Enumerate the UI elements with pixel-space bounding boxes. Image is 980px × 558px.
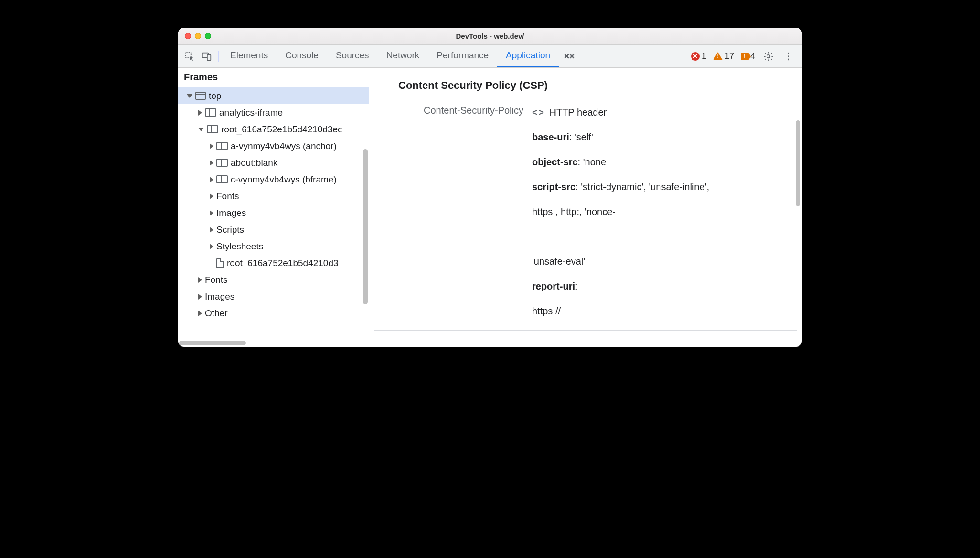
frames-sidebar: Frames top analytics-iframeroot_616a752e… bbox=[178, 68, 369, 347]
zoom-window-button[interactable] bbox=[205, 33, 211, 39]
expand-arrow-icon[interactable] bbox=[210, 227, 213, 233]
expand-arrow-icon[interactable] bbox=[210, 210, 213, 216]
iframe-icon bbox=[216, 159, 228, 167]
panel-body: Frames top analytics-iframeroot_616a752e… bbox=[178, 68, 802, 347]
tab-elements[interactable]: Elements bbox=[222, 45, 277, 67]
csp-directive bbox=[532, 229, 709, 244]
minimize-window-button[interactable] bbox=[195, 33, 201, 39]
tree-item-label: Images bbox=[205, 291, 234, 302]
expand-arrow-icon[interactable] bbox=[187, 94, 192, 98]
tree-item-top[interactable]: top bbox=[178, 87, 369, 104]
devtools-window: DevTools - web.dev/ Elements Console Sou… bbox=[178, 28, 802, 347]
directive-name: object-src bbox=[532, 157, 578, 167]
policy-value: < > HTTP header base-uri: 'self'object-s… bbox=[532, 105, 709, 318]
tree-item[interactable]: about:blank bbox=[178, 154, 369, 171]
tree-item-label: Scripts bbox=[216, 225, 244, 235]
iframe-icon bbox=[216, 175, 228, 183]
status-group: ✕ 1 17 ! 4 bbox=[689, 48, 799, 65]
tree-item[interactable]: Scripts bbox=[178, 221, 369, 238]
code-icon: < > bbox=[532, 105, 543, 119]
csp-directive: report-uri: bbox=[532, 279, 709, 293]
expand-arrow-icon[interactable] bbox=[210, 177, 213, 182]
frames-tree: top analytics-iframeroot_616a752e1b5d421… bbox=[178, 87, 369, 347]
inspect-element-icon[interactable] bbox=[181, 48, 198, 65]
tree-item[interactable]: root_616a752e1b5d4210d3 bbox=[178, 255, 369, 271]
svg-point-3 bbox=[767, 54, 770, 57]
issues-count: 4 bbox=[750, 51, 755, 61]
errors-count: 1 bbox=[702, 51, 706, 61]
directive-value: 'unsafe-eval' bbox=[532, 256, 585, 267]
directive-value: https:, http:, 'nonce- bbox=[532, 206, 616, 217]
document-icon bbox=[216, 258, 224, 268]
expand-arrow-icon[interactable] bbox=[210, 244, 213, 249]
kebab-menu-icon[interactable] bbox=[780, 48, 797, 65]
directive-value: 'self' bbox=[575, 132, 593, 142]
tree-item[interactable]: root_616a752e1b5d4210d3ec bbox=[178, 121, 369, 138]
close-window-button[interactable] bbox=[185, 33, 191, 39]
issues-badge[interactable]: ! 4 bbox=[739, 51, 757, 61]
svg-rect-2 bbox=[207, 54, 211, 60]
csp-policy-row: Content-Security-Policy < > HTTP header … bbox=[398, 105, 782, 318]
csp-directive: 'unsafe-eval' bbox=[532, 254, 709, 268]
warnings-badge[interactable]: 17 bbox=[711, 51, 736, 61]
csp-directive: https:// bbox=[532, 304, 709, 318]
tree-item[interactable]: analytics-iframe bbox=[178, 104, 369, 121]
sidebar-vertical-scrollbar[interactable] bbox=[363, 149, 368, 304]
sidebar-header: Frames bbox=[178, 68, 369, 87]
iframe-icon bbox=[216, 142, 228, 150]
main-content: Content Security Policy (CSP) Content-Se… bbox=[369, 68, 802, 347]
tree-item-label: Stylesheets bbox=[216, 241, 263, 252]
tree-item[interactable]: a-vynmy4vb4wys (anchor) bbox=[178, 138, 369, 154]
tree-item[interactable]: Images bbox=[178, 288, 369, 305]
policy-label: Content-Security-Policy bbox=[398, 105, 532, 116]
csp-directive: https:, http:, 'nonce- bbox=[532, 204, 709, 219]
collapse-arrow-icon[interactable] bbox=[198, 128, 204, 131]
tree-item-label: root_616a752e1b5d4210d3ec bbox=[221, 124, 342, 135]
expand-arrow-icon[interactable] bbox=[198, 277, 202, 283]
tree-item[interactable]: Fonts bbox=[178, 271, 369, 288]
tree-item[interactable]: Other bbox=[178, 305, 369, 322]
directive-name: base-uri bbox=[532, 132, 569, 142]
expand-arrow-icon[interactable] bbox=[210, 160, 213, 166]
csp-directive: object-src: 'none' bbox=[532, 155, 709, 169]
tree-item-label: Fonts bbox=[216, 191, 239, 202]
issues-icon: ! bbox=[741, 53, 748, 60]
tab-performance[interactable]: Performance bbox=[428, 45, 497, 67]
tree-item[interactable]: c-vynmy4vb4wys (bframe) bbox=[178, 171, 369, 188]
directive-value: 'strict-dynamic', 'unsafe-inline', bbox=[581, 182, 709, 192]
csp-panel: Content Security Policy (CSP) Content-Se… bbox=[374, 68, 797, 331]
errors-badge[interactable]: ✕ 1 bbox=[689, 51, 708, 61]
expand-arrow-icon[interactable] bbox=[198, 294, 202, 300]
csp-directive: base-uri: 'self' bbox=[532, 130, 709, 144]
tree-item[interactable]: Fonts bbox=[178, 188, 369, 204]
warning-icon bbox=[713, 52, 723, 60]
tab-network[interactable]: Network bbox=[378, 45, 428, 67]
iframe-icon bbox=[205, 108, 216, 117]
expand-arrow-icon[interactable] bbox=[210, 143, 213, 149]
frame-icon bbox=[195, 92, 206, 100]
directive-value: https:// bbox=[532, 306, 561, 316]
delivery-text: HTTP header bbox=[549, 107, 607, 118]
directive-value bbox=[532, 231, 535, 242]
expand-arrow-icon[interactable] bbox=[198, 110, 202, 116]
tab-application[interactable]: Application bbox=[497, 45, 559, 67]
more-tabs-button[interactable] bbox=[559, 45, 580, 67]
device-toolbar-icon[interactable] bbox=[198, 48, 215, 65]
panel-title: Content Security Policy (CSP) bbox=[398, 79, 782, 92]
svg-point-5 bbox=[788, 55, 789, 57]
tab-sources[interactable]: Sources bbox=[327, 45, 378, 67]
expand-arrow-icon[interactable] bbox=[210, 193, 213, 199]
window-title: DevTools - web.dev/ bbox=[178, 32, 802, 40]
settings-icon[interactable] bbox=[760, 48, 777, 65]
sidebar-horizontal-scrollbar[interactable] bbox=[179, 341, 246, 345]
expand-arrow-icon[interactable] bbox=[198, 311, 202, 316]
tab-console[interactable]: Console bbox=[277, 45, 327, 67]
main-vertical-scrollbar[interactable] bbox=[796, 120, 800, 206]
tree-item[interactable]: Images bbox=[178, 204, 369, 221]
tree-item[interactable]: Stylesheets bbox=[178, 238, 369, 255]
warnings-count: 17 bbox=[724, 51, 734, 61]
tree-item-label: a-vynmy4vb4wys (anchor) bbox=[231, 141, 337, 151]
directive-value: 'none' bbox=[583, 157, 608, 167]
tree-item-label: Images bbox=[216, 208, 246, 218]
devtools-toolbar: Elements Console Sources Network Perform… bbox=[178, 45, 802, 68]
